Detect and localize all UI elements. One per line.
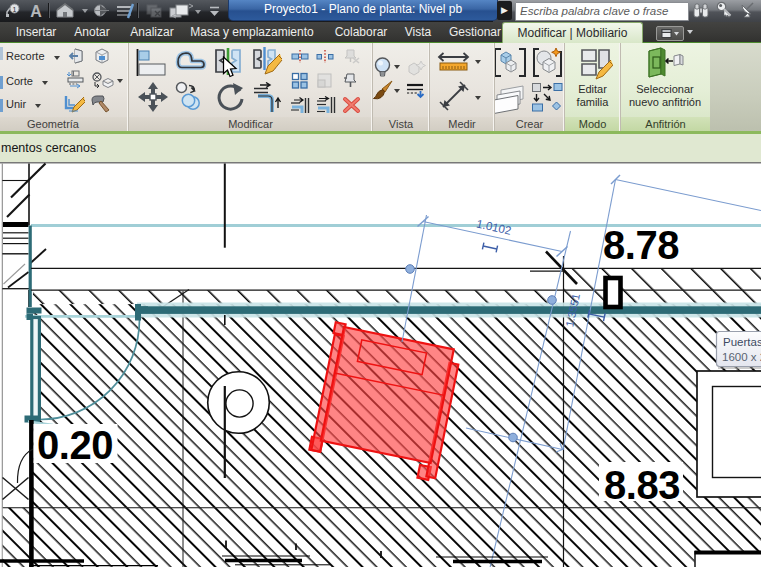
copy-tool-icon[interactable] bbox=[175, 81, 205, 111]
panel-caption-crear[interactable]: Crear bbox=[495, 117, 564, 131]
close-hidden-windows-icon[interactable] bbox=[145, 3, 165, 19]
paste-geometry-icon[interactable] bbox=[66, 48, 85, 64]
panel-caption-anfitrion[interactable]: Anfitrión bbox=[621, 117, 710, 131]
move-tool-icon[interactable] bbox=[137, 81, 169, 113]
search-icon[interactable] bbox=[692, 2, 710, 19]
measure-tape-icon[interactable] bbox=[437, 52, 470, 72]
unpin-icon[interactable] bbox=[342, 48, 361, 64]
dropdown-arrow-icon[interactable] bbox=[394, 89, 400, 93]
tab-insertar[interactable]: Insertar bbox=[8, 22, 64, 43]
edit-profile-icon[interactable] bbox=[64, 94, 87, 114]
spot-text-883[interactable]: 8.83 bbox=[604, 463, 680, 507]
dropdown-arrow-icon[interactable] bbox=[475, 60, 481, 64]
tab-colaborar[interactable]: Colaborar bbox=[324, 22, 398, 43]
column-rect[interactable] bbox=[606, 278, 621, 307]
split-with-gap-icon[interactable] bbox=[316, 49, 334, 64]
create-group-icon[interactable] bbox=[493, 47, 527, 78]
attach-hammer-icon[interactable] bbox=[89, 93, 113, 113]
corte-icon[interactable] bbox=[0, 76, 3, 89]
measure-between-icon[interactable] bbox=[438, 80, 470, 112]
recorte-button[interactable]: Recorte bbox=[6, 51, 60, 63]
recorte-icon[interactable] bbox=[0, 47, 3, 60]
thin-lines-icon[interactable] bbox=[115, 3, 135, 19]
drawing-area[interactable]: 8.78 8.83 0.20 bbox=[0, 162, 761, 567]
trim-extend-icon[interactable] bbox=[252, 82, 284, 114]
delete-icon[interactable] bbox=[342, 96, 361, 114]
paintbrush-icon[interactable] bbox=[373, 80, 393, 100]
copy-to-clipboard-icon[interactable] bbox=[531, 82, 564, 113]
edit-family-icon[interactable] bbox=[580, 48, 613, 80]
tab-anotar[interactable]: Anotar bbox=[66, 22, 118, 43]
scale-icon[interactable] bbox=[316, 72, 334, 89]
linework-icon[interactable] bbox=[406, 83, 426, 100]
panel-caption-geometria[interactable]: Geometría bbox=[0, 117, 128, 131]
default-3d-view-icon[interactable] bbox=[55, 2, 89, 19]
panel-separator bbox=[128, 43, 129, 131]
tab-vista[interactable]: Vista bbox=[398, 22, 438, 43]
modify-tag-icon[interactable]: 1 bbox=[5, 3, 23, 18]
spot-text-878[interactable]: 8.78 bbox=[603, 223, 679, 267]
dropdown-arrow-icon[interactable] bbox=[195, 10, 201, 14]
panel-separator bbox=[429, 43, 430, 131]
bottom-right-element[interactable] bbox=[697, 371, 761, 497]
floor-plan-view: 8.78 8.83 0.20 bbox=[0, 162, 761, 567]
dropdown-arrow-icon[interactable] bbox=[35, 104, 41, 108]
communication-center-icon[interactable] bbox=[740, 1, 757, 18]
search-input[interactable]: Escriba palabra clave o frase bbox=[515, 2, 689, 21]
align-multiple-icon[interactable] bbox=[316, 96, 336, 114]
pick-new-host-icon[interactable] bbox=[645, 47, 685, 80]
options-bar-text: mentos cercanos bbox=[0, 134, 761, 155]
spot-text-020[interactable]: 0.20 bbox=[37, 423, 113, 467]
window-title: Proyecto1 - Plano de planta: Nivel pb bbox=[228, 0, 498, 21]
align-tool-icon[interactable] bbox=[134, 48, 167, 77]
insulation-icon[interactable] bbox=[492, 82, 528, 115]
tooltip-line2: 1600 x 2 bbox=[722, 351, 761, 363]
rotate-tool-icon[interactable] bbox=[215, 81, 244, 113]
pin-icon[interactable] bbox=[343, 71, 360, 89]
ribbon-minimize-button[interactable] bbox=[656, 26, 684, 41]
panel-separator bbox=[494, 43, 495, 131]
qat-separator bbox=[48, 3, 49, 18]
infocenter-expand-button[interactable]: ▶ bbox=[497, 1, 512, 20]
tab-masa-y-emplazamiento[interactable]: Masa y emplazamiento bbox=[182, 22, 322, 43]
render-icon[interactable] bbox=[406, 59, 426, 76]
dropdown-arrow-icon[interactable] bbox=[394, 65, 400, 69]
panel-caption-modificar[interactable]: Modificar bbox=[129, 117, 372, 131]
corte-button[interactable]: Corte bbox=[6, 76, 48, 88]
array-icon[interactable] bbox=[291, 72, 309, 89]
dropdown-arrow-icon[interactable] bbox=[82, 9, 88, 13]
offset-tool-icon[interactable] bbox=[174, 49, 207, 75]
qat-customize-icon[interactable] bbox=[208, 6, 221, 17]
unir-button[interactable]: Unir bbox=[6, 99, 41, 111]
sign-in-key-icon[interactable] bbox=[716, 1, 733, 19]
dropdown-arrow-icon[interactable] bbox=[54, 56, 60, 60]
left-wall-section bbox=[2, 164, 46, 308]
dropdown-arrow-icon[interactable] bbox=[475, 96, 481, 100]
pick-new-host-button[interactable]: Seleccionarnuevo anfitrión bbox=[620, 83, 710, 109]
dropdown-arrow-icon[interactable] bbox=[117, 79, 123, 83]
panel-caption-modo[interactable]: Modo bbox=[565, 117, 620, 131]
split-element-icon[interactable] bbox=[291, 49, 309, 64]
tab-modificar-mobiliario[interactable]: Modificar | Mobiliario bbox=[502, 22, 643, 44]
beam-cope-icon[interactable] bbox=[65, 70, 86, 89]
panel-caption-vista[interactable]: Vista bbox=[373, 117, 429, 131]
panel-caption-medir[interactable]: Medir bbox=[430, 117, 494, 131]
panel-separator bbox=[564, 43, 565, 131]
dropdown-arrow-icon[interactable] bbox=[42, 81, 48, 85]
tab-gestionar[interactable]: Gestionar bbox=[440, 22, 510, 43]
edit-family-button[interactable]: Editarfamilia bbox=[565, 83, 620, 109]
section-marker-icon[interactable] bbox=[93, 3, 110, 18]
text-tool-icon[interactable]: A bbox=[28, 3, 44, 19]
door-leaf bbox=[32, 318, 40, 419]
mirror-draw-axis-icon[interactable] bbox=[252, 46, 284, 77]
view-lightbulb-icon[interactable] bbox=[374, 57, 391, 79]
switch-windows-icon[interactable] bbox=[168, 2, 204, 20]
align-end-icon[interactable] bbox=[290, 97, 310, 114]
demolish-target-icon[interactable] bbox=[91, 72, 114, 90]
show-geometry-icon[interactable] bbox=[92, 47, 112, 65]
create-similar-icon[interactable] bbox=[531, 46, 564, 79]
unir-icon[interactable] bbox=[0, 99, 3, 112]
ribbon-options-arrow-icon[interactable] bbox=[687, 30, 693, 34]
tab-analizar[interactable]: Analizar bbox=[124, 22, 180, 43]
title-bar: 1 A bbox=[0, 0, 761, 22]
